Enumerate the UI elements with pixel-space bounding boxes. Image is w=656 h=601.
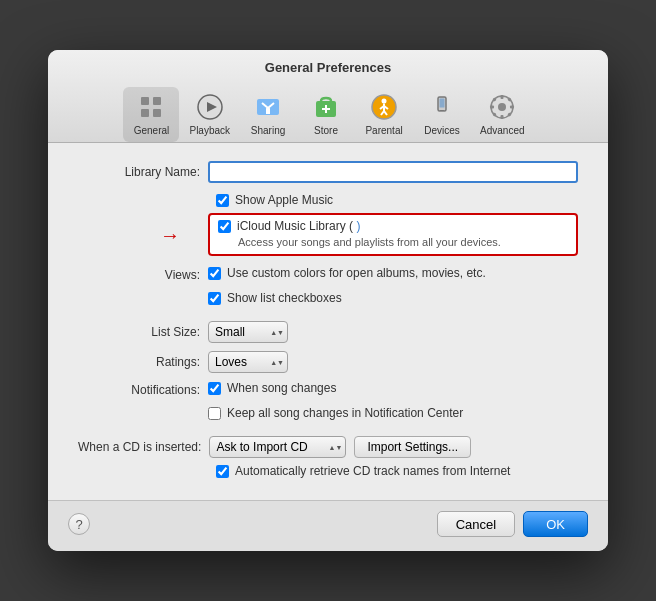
toolbar-label-advanced: Advanced bbox=[480, 125, 524, 136]
toolbar-label-sharing: Sharing bbox=[251, 125, 285, 136]
icloud-section: → iCloud Music Library ( ) Access your s… bbox=[78, 213, 578, 256]
toolbar-item-playback[interactable]: Playback bbox=[181, 87, 238, 142]
cd-controls: Ask to Import CD Import CD Import CD and… bbox=[209, 436, 471, 458]
preferences-content: Library Name: Show Apple Music → iCloud … bbox=[48, 143, 608, 500]
ratings-wrapper: Loves Stars bbox=[208, 351, 288, 373]
toolbar: General Playback bbox=[48, 83, 608, 142]
when-song-changes-checkbox[interactable] bbox=[208, 382, 221, 395]
views-label: Views: bbox=[78, 266, 208, 282]
ratings-select[interactable]: Loves Stars bbox=[208, 351, 288, 373]
cd-label: When a CD is inserted: bbox=[78, 440, 209, 454]
show-apple-music-row: Show Apple Music bbox=[216, 193, 578, 207]
toolbar-item-store[interactable]: Store bbox=[298, 87, 354, 142]
toolbar-label-parental: Parental bbox=[365, 125, 402, 136]
auto-retrieve-row: Automatically retrieve CD track names fr… bbox=[216, 464, 578, 478]
show-list-row: Show list checkboxes bbox=[208, 291, 486, 305]
keep-all-row: Keep all song changes in Notification Ce… bbox=[208, 406, 463, 420]
show-list-checkbox[interactable] bbox=[208, 292, 221, 305]
when-song-changes-label: When song changes bbox=[227, 381, 336, 395]
svg-rect-20 bbox=[440, 110, 444, 111]
toolbar-item-devices[interactable]: Devices bbox=[414, 87, 470, 142]
toolbar-item-parental[interactable]: Parental bbox=[356, 87, 412, 142]
library-name-label: Library Name: bbox=[78, 165, 208, 179]
custom-colors-row: Use custom colors for open albums, movie… bbox=[208, 266, 486, 280]
cd-action-select[interactable]: Ask to Import CD Import CD Import CD and… bbox=[209, 436, 346, 458]
svg-rect-21 bbox=[439, 111, 445, 112]
svg-rect-25 bbox=[501, 115, 504, 119]
svg-rect-24 bbox=[501, 95, 504, 99]
svg-rect-26 bbox=[490, 106, 494, 109]
ratings-label: Ratings: bbox=[78, 355, 208, 369]
advanced-icon bbox=[486, 91, 518, 123]
svg-point-12 bbox=[382, 99, 387, 104]
toolbar-item-sharing[interactable]: Sharing bbox=[240, 87, 296, 142]
preferences-dialog: General Preferences General bbox=[48, 50, 608, 551]
custom-colors-checkbox[interactable] bbox=[208, 267, 221, 280]
svg-rect-19 bbox=[440, 99, 445, 108]
keep-all-checkbox[interactable] bbox=[208, 407, 221, 420]
svg-rect-0 bbox=[141, 97, 149, 105]
ratings-row: Ratings: Loves Stars bbox=[78, 351, 578, 373]
auto-retrieve-label: Automatically retrieve CD track names fr… bbox=[235, 464, 510, 478]
views-row: Views: Use custom colors for open albums… bbox=[78, 266, 578, 311]
sharing-icon bbox=[252, 91, 284, 123]
icloud-description: Access your songs and playlists from all… bbox=[238, 236, 568, 248]
red-arrow-icon: → bbox=[160, 223, 180, 246]
auto-retrieve-checkbox[interactable] bbox=[216, 465, 229, 478]
library-name-input[interactable] bbox=[208, 161, 578, 183]
parental-icon bbox=[368, 91, 400, 123]
notifications-row: Notifications: When song changes Keep al… bbox=[78, 381, 578, 426]
devices-icon bbox=[426, 91, 458, 123]
import-settings-button[interactable]: Import Settings... bbox=[354, 436, 471, 458]
svg-point-23 bbox=[498, 103, 506, 111]
when-song-changes-row: When song changes bbox=[208, 381, 463, 395]
custom-colors-label: Use custom colors for open albums, movie… bbox=[227, 266, 486, 280]
show-apple-music-checkbox[interactable] bbox=[216, 194, 229, 207]
library-name-row: Library Name: bbox=[78, 161, 578, 183]
show-apple-music-label: Show Apple Music bbox=[235, 193, 333, 207]
toolbar-item-general[interactable]: General bbox=[123, 87, 179, 142]
svg-rect-2 bbox=[141, 109, 149, 117]
show-list-label: Show list checkboxes bbox=[227, 291, 342, 305]
icloud-label: iCloud Music Library ( ) bbox=[237, 219, 360, 233]
icloud-box: iCloud Music Library ( ) Access your son… bbox=[208, 213, 578, 256]
icloud-checkbox-row: iCloud Music Library ( ) bbox=[218, 219, 568, 233]
list-size-select[interactable]: Small Medium Large bbox=[208, 321, 288, 343]
bottom-buttons: Cancel OK bbox=[437, 511, 588, 537]
cd-select-wrapper: Ask to Import CD Import CD Import CD and… bbox=[209, 436, 346, 458]
toolbar-label-playback: Playback bbox=[189, 125, 230, 136]
toolbar-label-general: General bbox=[134, 125, 170, 136]
keep-all-label: Keep all song changes in Notification Ce… bbox=[227, 406, 463, 420]
notifications-label: Notifications: bbox=[78, 381, 208, 397]
toolbar-label-store: Store bbox=[314, 125, 338, 136]
help-button[interactable]: ? bbox=[68, 513, 90, 535]
svg-rect-1 bbox=[153, 97, 161, 105]
title-bar: General Preferences General bbox=[48, 50, 608, 143]
list-size-row: List Size: Small Medium Large bbox=[78, 321, 578, 343]
list-size-wrapper: Small Medium Large bbox=[208, 321, 288, 343]
icloud-checkbox[interactable] bbox=[218, 220, 231, 233]
toolbar-item-advanced[interactable]: Advanced bbox=[472, 87, 532, 142]
svg-rect-7 bbox=[266, 108, 270, 114]
list-size-label: List Size: bbox=[78, 325, 208, 339]
toolbar-label-devices: Devices bbox=[424, 125, 460, 136]
cd-row: When a CD is inserted: Ask to Import CD … bbox=[78, 436, 578, 458]
svg-rect-27 bbox=[510, 106, 514, 109]
playback-icon bbox=[194, 91, 226, 123]
cancel-button[interactable]: Cancel bbox=[437, 511, 515, 537]
store-icon bbox=[310, 91, 342, 123]
ok-button[interactable]: OK bbox=[523, 511, 588, 537]
views-checkboxes: Use custom colors for open albums, movie… bbox=[208, 266, 486, 311]
svg-rect-3 bbox=[153, 109, 161, 117]
dialog-title: General Preferences bbox=[48, 60, 608, 75]
notifications-checkboxes: When song changes Keep all song changes … bbox=[208, 381, 463, 426]
general-icon bbox=[135, 91, 167, 123]
bottom-bar: ? Cancel OK bbox=[48, 500, 608, 551]
